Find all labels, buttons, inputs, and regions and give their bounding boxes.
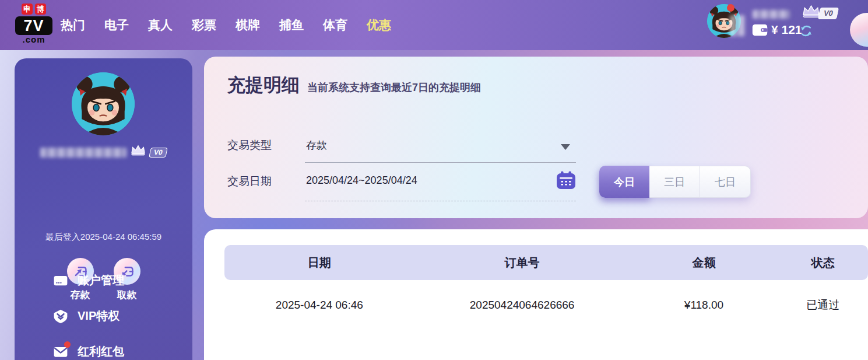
nav-item-sports[interactable]: 体育: [323, 17, 347, 33]
transaction-type-label: 交易类型: [227, 138, 272, 153]
nav-item-lottery[interactable]: 彩票: [192, 17, 216, 33]
panel-titlebar: 充提明细 当前系统支持查询最近7日的充提明细: [227, 73, 481, 97]
sidebar-item-vip[interactable]: VIP特权: [53, 306, 124, 326]
cell-status: 已通过: [778, 298, 868, 313]
main-nav: 热门 电子 真人 彩票 棋牌 捕鱼 体育 优惠: [61, 0, 391, 50]
sidebar-item-label: 账户管理: [78, 272, 124, 288]
nav-item-slots[interactable]: 电子: [104, 17, 129, 33]
select-underline: [305, 162, 576, 163]
logo-suffix: .com: [15, 35, 52, 44]
wallet-icon[interactable]: [752, 24, 768, 36]
nav-item-fishing[interactable]: 捕鱼: [279, 17, 304, 33]
censored-username: [753, 10, 790, 19]
nav-item-hot[interactable]: 热门: [61, 17, 85, 33]
vip-shield-icon: [53, 309, 68, 324]
censored-blur-patch: [730, 15, 745, 36]
profile-avatar[interactable]: [72, 72, 135, 135]
filter-panel: 充提明细 当前系统支持查询最近7日的充提明细 交易类型 存款 交易日期 2025…: [204, 57, 868, 218]
logo-badges: 申 博: [15, 4, 52, 15]
bank-card-icon: [53, 273, 68, 288]
last-login-text: 最后登入2025-04-24 06:45:59: [15, 232, 192, 243]
nav-item-cards[interactable]: 棋牌: [236, 17, 260, 33]
notification-dot: [727, 4, 735, 12]
records-panel: 日期 订单号 金额 状态 2025-04-24 06:46 2025042406…: [204, 229, 868, 360]
logo-badge-left: 申: [22, 4, 33, 15]
range-button-3days[interactable]: 三日: [649, 166, 700, 198]
logo-text: 7V: [15, 16, 52, 35]
column-header-date: 日期: [224, 255, 414, 271]
sidebar-menu: 账户管理 VIP特权: [53, 271, 124, 360]
refresh-balance-icon[interactable]: [799, 24, 813, 38]
transaction-type-select[interactable]: 存款: [306, 138, 327, 152]
topbar: 申 博 7V .com 热门 电子 真人 彩票 棋牌 捕鱼 体育 优惠: [0, 0, 868, 50]
profile-name-row: V0: [15, 148, 192, 158]
chevron-down-icon[interactable]: [561, 144, 570, 150]
site-logo[interactable]: 申 博 7V .com: [15, 4, 52, 44]
floating-side-button[interactable]: [850, 13, 868, 47]
vip-level-badge: V0: [818, 8, 839, 19]
censored-username: [40, 148, 126, 158]
page: 申 博 7V .com 热门 电子 真人 彩票 棋牌 捕鱼 体育 优惠: [0, 0, 868, 360]
nav-item-live[interactable]: 真人: [148, 17, 173, 33]
column-header-amount: 金额: [630, 255, 778, 271]
balance-amount: ¥ 121: [771, 23, 802, 37]
nav-item-promos[interactable]: 优惠: [367, 17, 391, 33]
table-header: 日期 订单号 金额 状态: [224, 245, 868, 280]
cell-date: 2025-04-24 06:46: [224, 299, 414, 312]
transaction-date-label: 交易日期: [227, 174, 272, 189]
sidebar-item-bonus[interactable]: 红利红包: [53, 342, 124, 360]
vip-level-badge: V0: [149, 148, 167, 158]
page-title: 充提明细: [227, 73, 300, 97]
range-button-today[interactable]: 今日: [599, 166, 649, 198]
range-button-7days[interactable]: 七日: [700, 166, 751, 198]
avatar-illustration: [72, 72, 135, 135]
date-underline: [305, 201, 576, 201]
red-packet-envelope-icon: [53, 344, 68, 359]
column-header-order-no: 订单号: [414, 255, 630, 271]
logo-badge-right: 博: [35, 4, 46, 15]
vip-crown-icon: [130, 145, 146, 156]
date-range-buttons: 今日 三日 七日: [599, 166, 751, 198]
sidebar-item-label: 红利红包: [78, 344, 124, 359]
column-header-status: 状态: [778, 255, 868, 271]
notification-dot: [64, 341, 71, 348]
sidebar-item-label: VIP特权: [78, 308, 120, 324]
calendar-icon[interactable]: [556, 171, 576, 190]
table-row: 2025-04-24 06:46 20250424064626666 ¥118.…: [224, 280, 868, 330]
sidebar-item-account[interactable]: 账户管理: [53, 271, 124, 290]
date-range-input[interactable]: 2025/04/24~2025/04/24: [306, 174, 417, 187]
page-subtitle: 当前系统支持查询最近7日的充提明细: [307, 81, 481, 95]
cell-amount: ¥118.00: [630, 299, 778, 312]
cell-order-no: 20250424064626666: [414, 299, 630, 312]
sidebar: V0 最后登入2025-04-24 06:45:59 存款: [15, 58, 192, 360]
